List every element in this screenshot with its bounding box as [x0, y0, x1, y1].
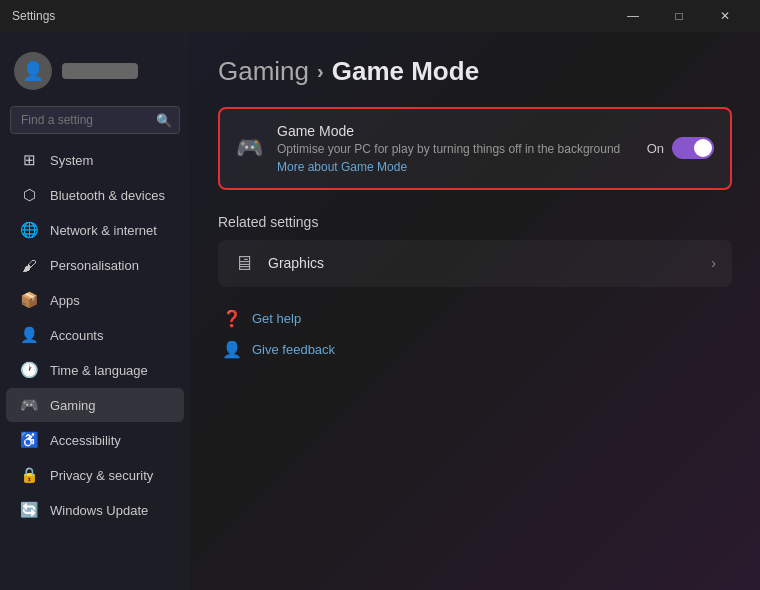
profile-section: 👤: [0, 44, 190, 106]
related-settings-section: Related settings 🖥 Graphics ›: [218, 214, 732, 287]
help-links: ❓ Get help 👤 Give feedback: [218, 307, 732, 361]
toggle-label: On: [647, 141, 664, 156]
personalisation-icon: 🖌: [20, 256, 38, 274]
get-help-icon: ❓: [222, 309, 242, 328]
sidebar-item-label: Accessibility: [50, 433, 121, 448]
help-link-give-feedback[interactable]: 👤 Give feedback: [218, 338, 732, 361]
sidebar-item-windows-update[interactable]: 🔄 Windows Update: [6, 493, 184, 527]
time-icon: 🕐: [20, 361, 38, 379]
help-link-get-help[interactable]: ❓ Get help: [218, 307, 732, 330]
network-icon: 🌐: [20, 221, 38, 239]
profile-name: [62, 63, 138, 79]
give-feedback-label: Give feedback: [252, 342, 335, 357]
breadcrumb-parent: Gaming: [218, 56, 309, 87]
get-help-label: Get help: [252, 311, 301, 326]
game-mode-link[interactable]: More about Game Mode: [277, 160, 633, 174]
windows-update-icon: 🔄: [20, 501, 38, 519]
nav-list: ⊞ System ⬡ Bluetooth & devices 🌐 Network…: [0, 142, 190, 528]
graphics-icon: 🖥: [234, 252, 254, 275]
search-box[interactable]: 🔍: [10, 106, 180, 134]
close-button[interactable]: ✕: [702, 0, 748, 32]
sidebar-item-label: Apps: [50, 293, 80, 308]
game-mode-description: Optimise your PC for play by turning thi…: [277, 141, 633, 158]
sidebar-item-label: Bluetooth & devices: [50, 188, 165, 203]
sidebar-item-label: Gaming: [50, 398, 96, 413]
sidebar-item-system[interactable]: ⊞ System: [6, 143, 184, 177]
minimize-button[interactable]: —: [610, 0, 656, 32]
sidebar-item-label: Windows Update: [50, 503, 148, 518]
related-settings-title: Related settings: [218, 214, 732, 230]
titlebar: Settings — □ ✕: [0, 0, 760, 32]
game-mode-text: Game Mode Optimise your PC for play by t…: [277, 123, 633, 174]
avatar: 👤: [14, 52, 52, 90]
sidebar-item-privacy[interactable]: 🔒 Privacy & security: [6, 458, 184, 492]
graphics-label: Graphics: [268, 255, 697, 271]
search-icon: 🔍: [156, 113, 172, 128]
sidebar-item-label: Network & internet: [50, 223, 157, 238]
sidebar-item-label: Accounts: [50, 328, 103, 343]
breadcrumb-current: Game Mode: [332, 56, 479, 87]
game-mode-card: 🎮 Game Mode Optimise your PC for play by…: [218, 107, 732, 190]
app-body: 👤 🔍 ⊞ System ⬡ Bluetooth & devices 🌐 Net…: [0, 32, 760, 590]
chevron-icon: ›: [711, 255, 716, 271]
game-mode-toggle[interactable]: [672, 137, 714, 159]
toggle-thumb: [694, 139, 712, 157]
sidebar-item-label: Time & language: [50, 363, 148, 378]
sidebar-item-apps[interactable]: 📦 Apps: [6, 283, 184, 317]
game-mode-title: Game Mode: [277, 123, 633, 139]
sidebar-item-accounts[interactable]: 👤 Accounts: [6, 318, 184, 352]
titlebar-controls: — □ ✕: [610, 0, 748, 32]
sidebar-item-label: Personalisation: [50, 258, 139, 273]
accessibility-icon: ♿: [20, 431, 38, 449]
sidebar-item-bluetooth[interactable]: ⬡ Bluetooth & devices: [6, 178, 184, 212]
maximize-button[interactable]: □: [656, 0, 702, 32]
privacy-icon: 🔒: [20, 466, 38, 484]
breadcrumb: Gaming › Game Mode: [218, 56, 732, 87]
sidebar-item-gaming[interactable]: 🎮 Gaming: [6, 388, 184, 422]
gaming-icon: 🎮: [20, 396, 38, 414]
accounts-icon: 👤: [20, 326, 38, 344]
sidebar: 👤 🔍 ⊞ System ⬡ Bluetooth & devices 🌐 Net…: [0, 32, 190, 590]
apps-icon: 📦: [20, 291, 38, 309]
system-icon: ⊞: [20, 151, 38, 169]
breadcrumb-separator: ›: [317, 60, 324, 83]
give-feedback-icon: 👤: [222, 340, 242, 359]
sidebar-item-accessibility[interactable]: ♿ Accessibility: [6, 423, 184, 457]
related-items-list: 🖥 Graphics ›: [218, 240, 732, 287]
sidebar-item-label: System: [50, 153, 93, 168]
main-content: Gaming › Game Mode 🎮 Game Mode Optimise …: [190, 32, 760, 590]
sidebar-item-time[interactable]: 🕐 Time & language: [6, 353, 184, 387]
sidebar-item-label: Privacy & security: [50, 468, 153, 483]
game-mode-icon: 🎮: [236, 135, 263, 161]
search-input[interactable]: [10, 106, 180, 134]
toggle-group: On: [647, 137, 714, 159]
sidebar-item-network[interactable]: 🌐 Network & internet: [6, 213, 184, 247]
settings-item-graphics[interactable]: 🖥 Graphics ›: [218, 240, 732, 287]
titlebar-title: Settings: [12, 9, 55, 23]
sidebar-item-personalisation[interactable]: 🖌 Personalisation: [6, 248, 184, 282]
bluetooth-icon: ⬡: [20, 186, 38, 204]
